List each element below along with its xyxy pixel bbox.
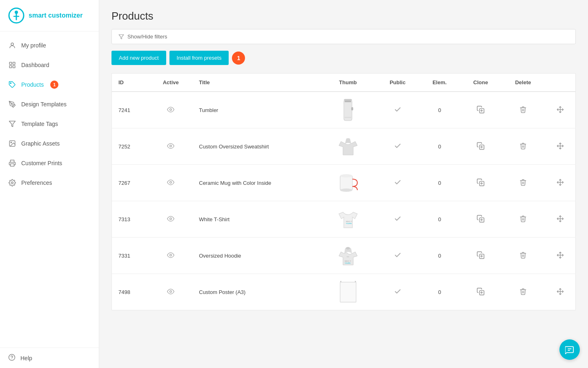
eye-icon-7313[interactable]	[167, 215, 174, 222]
check-icon-7331	[394, 254, 401, 260]
install-badge: 1	[232, 52, 245, 65]
sidebar-label-my-profile: My profile	[21, 42, 46, 49]
table-header-row: ID Active Title Thumb Public Elem. Clone…	[112, 74, 576, 92]
sidebar-item-preferences[interactable]: Preferences	[0, 173, 99, 193]
col-active: Active	[149, 74, 192, 92]
eye-icon-7252[interactable]	[167, 142, 174, 150]
sidebar-help[interactable]: Help	[0, 348, 99, 368]
clone-icon-7241[interactable]	[477, 105, 485, 114]
delete-icon-7331[interactable]	[519, 251, 527, 259]
cell-clone-7267	[460, 165, 501, 201]
sidebar-item-template-tags[interactable]: Template Tags	[0, 114, 99, 134]
check-icon-7313	[394, 218, 401, 224]
cell-public-7313	[376, 201, 419, 238]
col-id: ID	[112, 74, 149, 92]
design-templates-icon	[8, 100, 16, 108]
cell-clone-7252	[460, 128, 501, 165]
svg-point-30	[170, 145, 172, 147]
svg-rect-37	[340, 176, 352, 190]
cell-move-7331	[545, 238, 575, 274]
filter-icon	[118, 34, 124, 40]
move-icon-7313[interactable]	[557, 215, 564, 222]
sidebar-item-products[interactable]: Products 1	[0, 75, 99, 94]
clone-icon-7498[interactable]	[477, 287, 485, 296]
eye-icon-7498[interactable]	[167, 288, 174, 295]
move-icon-7331[interactable]	[557, 251, 564, 259]
clone-icon-7331[interactable]	[477, 251, 485, 259]
sidebar-item-dashboard[interactable]: Dashboard	[0, 55, 99, 75]
svg-point-19	[170, 108, 172, 110]
cell-title-7331: Oversized Hoodie	[192, 238, 320, 274]
eye-icon-7241[interactable]	[167, 106, 174, 113]
cell-id-7252: 7252	[112, 128, 149, 165]
delete-icon-7498[interactable]	[519, 288, 527, 295]
clone-icon-7267[interactable]	[477, 178, 485, 186]
sidebar: smart customizer My profile Dashboard	[0, 0, 99, 368]
cell-delete-7331	[501, 238, 545, 274]
cell-active-7241	[149, 92, 192, 128]
check-icon-7241	[394, 108, 401, 114]
sidebar-label-dashboard: Dashboard	[21, 62, 49, 68]
cell-delete-7498	[501, 274, 545, 310]
filter-label: Show/Hide filters	[127, 34, 167, 40]
svg-rect-5	[9, 62, 11, 64]
cell-active-7267	[149, 165, 192, 201]
delete-icon-7267[interactable]	[519, 179, 527, 186]
template-tags-icon	[8, 120, 16, 128]
cell-public-7331	[376, 238, 419, 274]
filter-bar[interactable]: Show/Hide filters	[111, 29, 576, 44]
cell-public-7241	[376, 92, 419, 128]
cell-elem-7252: 0	[419, 128, 460, 165]
chat-bubble[interactable]	[559, 339, 580, 360]
cell-elem-7267: 0	[419, 165, 460, 201]
sidebar-item-design-templates[interactable]: Design Templates	[0, 94, 99, 114]
move-icon-7267[interactable]	[557, 179, 564, 186]
move-icon-7498[interactable]	[557, 288, 564, 295]
sidebar-label-template-tags: Template Tags	[21, 121, 58, 127]
svg-point-53	[170, 254, 172, 256]
sidebar-item-my-profile[interactable]: My profile	[0, 36, 99, 55]
product-thumb-7313: MAKE IT YOURS	[336, 207, 360, 231]
clone-icon-7313[interactable]	[477, 215, 485, 223]
sidebar-label-products: Products	[21, 81, 44, 88]
check-icon-7252	[394, 145, 401, 151]
svg-point-38	[340, 174, 352, 177]
eye-icon-7267[interactable]	[167, 179, 174, 186]
cell-id-7331: 7331	[112, 238, 149, 274]
move-icon-7252[interactable]	[557, 142, 564, 150]
svg-point-15	[11, 182, 13, 184]
cell-elem-7241: 0	[419, 92, 460, 128]
products-icon	[8, 81, 16, 89]
svg-point-63	[170, 290, 172, 292]
cell-public-7498	[376, 274, 419, 310]
sidebar-label-customer-prints: Customer Prints	[21, 160, 62, 166]
delete-icon-7252[interactable]	[519, 142, 527, 150]
product-thumb-7241	[336, 98, 360, 122]
cell-delete-7313	[501, 201, 545, 238]
col-delete: Delete	[501, 74, 545, 92]
sidebar-label-design-templates: Design Templates	[21, 101, 67, 108]
sidebar-nav: My profile Dashboard Products 1	[0, 31, 99, 348]
preferences-icon	[8, 179, 16, 187]
add-new-product-button[interactable]: Add new product	[111, 51, 166, 65]
move-icon-7241[interactable]	[557, 106, 564, 113]
cell-thumb-7313: MAKE IT YOURS	[320, 201, 376, 238]
check-icon-7267	[394, 181, 401, 187]
eye-icon-7331[interactable]	[167, 251, 174, 259]
svg-point-39	[340, 188, 352, 192]
sidebar-item-customer-prints[interactable]: Customer Prints	[0, 153, 99, 173]
col-public: Public	[376, 74, 419, 92]
cell-title-7313: White T-Shirt	[192, 201, 320, 238]
cell-move-7267	[545, 165, 575, 201]
install-from-presets-button[interactable]: Install from presets	[169, 51, 229, 65]
cell-elem-7331: 0	[419, 238, 460, 274]
delete-icon-7313[interactable]	[519, 215, 527, 222]
table-row: 7313 White T-Shirt MAKE IT YOURS 0	[112, 201, 576, 238]
cell-clone-7498	[460, 274, 501, 310]
svg-point-67	[340, 281, 341, 282]
sidebar-item-graphic-assets[interactable]: Graphic Assets	[0, 134, 99, 153]
col-clone: Clone	[460, 74, 501, 92]
delete-icon-7241[interactable]	[519, 106, 527, 113]
clone-icon-7252[interactable]	[477, 142, 485, 150]
cell-thumb-7252	[320, 128, 376, 165]
